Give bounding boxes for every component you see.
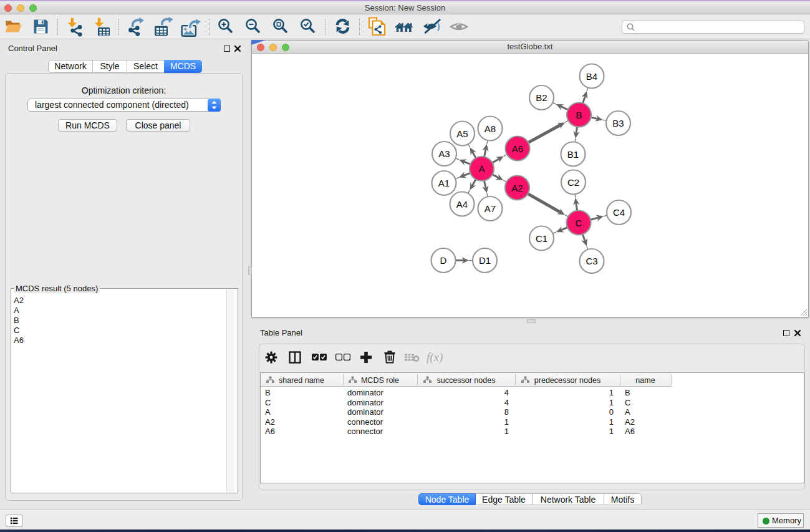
svg-text:D: D	[440, 255, 447, 266]
svg-text:A5: A5	[456, 128, 468, 139]
svg-text:C4: C4	[613, 207, 625, 218]
svg-text:C1: C1	[536, 233, 547, 244]
svg-text:A: A	[478, 163, 485, 174]
svg-text:C2: C2	[567, 177, 579, 188]
svg-text:C3: C3	[586, 256, 597, 266]
svg-text:A4: A4	[456, 199, 468, 210]
svg-text:A7: A7	[485, 203, 496, 214]
svg-text:C: C	[576, 218, 582, 228]
svg-text:A6: A6	[512, 143, 523, 154]
svg-text:B3: B3	[612, 118, 624, 128]
svg-text:A3: A3	[438, 148, 450, 159]
svg-text:D1: D1	[479, 255, 491, 266]
svg-text:B2: B2	[536, 92, 547, 103]
svg-text:B1: B1	[567, 149, 579, 160]
svg-text:A1: A1	[438, 178, 450, 188]
svg-text:B: B	[576, 110, 582, 120]
svg-text:A8: A8	[485, 123, 496, 134]
svg-text:B4: B4	[586, 71, 597, 82]
svg-text:A2: A2	[511, 183, 523, 193]
